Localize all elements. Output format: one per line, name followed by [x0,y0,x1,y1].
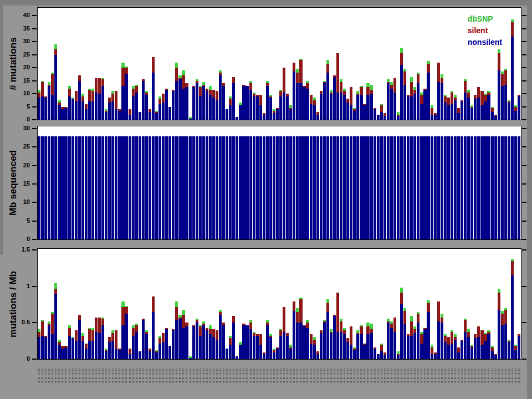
bar-segment [54,294,57,359]
bar-segment [306,89,309,120]
x-tick-label: C8-O1-I8-OC [420,369,423,383]
sample-bar [118,126,121,239]
bar-segment [199,96,202,120]
sample-bar [185,8,188,120]
bar-segment [504,70,507,85]
sample-bar [413,249,416,359]
bar-segment [494,355,497,359]
bar-segment [306,323,309,328]
bar-segment [88,341,91,359]
bar-segment [212,337,215,359]
sample-bar [199,8,202,120]
y-tick-label: 0 [27,116,30,122]
sample-bar [155,8,158,120]
bar-segment [393,318,396,332]
bar-segment [226,349,228,359]
x-tick-label: C8-O1-I8-OC [196,369,198,383]
bar-segment [356,91,359,94]
sample-bar [58,126,60,239]
bar-segment [343,89,346,91]
bar-segment [397,115,400,116]
sample-bar [256,126,259,239]
sample-bar [38,126,40,239]
sample-bar [226,249,228,359]
bar-segment [38,332,40,337]
sample-bar [105,249,108,359]
bar-segment [333,316,336,359]
bar-segment [68,336,71,359]
bar-segment [313,98,316,100]
sample-bar [81,249,84,359]
bar-segment [121,86,124,120]
bar-segment [518,96,520,120]
bar-segment [236,136,238,239]
sample-bar [457,8,460,120]
bar-segment [427,64,429,73]
x-tick-label: C8-O1-I8-OC [326,369,329,383]
sample-bar [71,126,74,239]
sample-bar [263,126,265,239]
bar-segment [85,136,88,239]
sample-bar [420,249,423,359]
x-tick-label: C8-O1-I8-OC [256,369,259,383]
sample-bar [91,126,94,239]
sample-bar [363,8,366,120]
y-tick-label: 0 [27,236,30,242]
y-tick-mark [522,128,526,129]
sample-bar [360,126,362,239]
bar-segment [145,91,148,92]
sample-bar [152,8,155,120]
sample-bar [139,8,141,120]
bar-segment [484,95,487,101]
bar-segment [155,113,158,120]
sample-bar [98,8,101,120]
bar-segment [423,90,426,120]
y-tick-label: 20 [23,64,30,70]
bar-segment [431,136,433,239]
sample-bar [508,8,510,120]
bar-segment [239,345,242,359]
figure-frame-top [0,0,532,6]
bar-segment [454,337,457,340]
x-tick-label: C8-O1-I8-OC [125,369,127,383]
bar-segment [451,136,453,239]
x-tick-label: C8-O1-I8-OC [145,369,148,383]
y-tick-label: 0.5 [22,319,30,326]
sample-bar [407,249,410,359]
bar-segment [71,98,74,99]
sample-bar [242,126,245,239]
x-tick-label: C8-O1-I8-OC [105,369,108,383]
bar-segment [196,81,198,84]
bar-segment [245,325,248,359]
x-tick-label: C8-O1-I8-OC [192,369,195,383]
bar-segment [54,49,57,54]
x-tick-label: C8-O1-I8-OC [249,369,252,383]
bar-segment [199,86,202,87]
bar-segment [155,111,158,112]
bar-segment [139,351,141,359]
sample-bar [390,249,393,359]
bar-segment [155,350,158,351]
sample-bar [249,126,252,239]
sample-bar [118,249,121,359]
x-tick-label: C8-O1-I8-OC [182,369,185,383]
x-tick-label: C8-O1-I8-OC [474,369,477,383]
bar-segment [441,314,443,318]
bar-segment [75,101,78,120]
x-tick-label: C8-O1-I8-OC [165,369,168,383]
bar-segment [266,81,269,84]
bar-segment [155,136,158,239]
bar-segment [477,337,480,359]
bar-segment [256,96,259,120]
bar-segment [212,98,215,120]
bar-segment [256,334,259,335]
x-tick-label: C8-O1-I8-OC [303,369,305,383]
sample-bar [216,126,218,239]
bar-segment [48,136,50,239]
sample-bar [320,8,323,120]
y-tick-mark [522,202,526,203]
bar-segment [168,107,171,120]
sample-bar [477,126,480,239]
bar-segment [504,310,507,324]
sample-bar [293,8,295,120]
